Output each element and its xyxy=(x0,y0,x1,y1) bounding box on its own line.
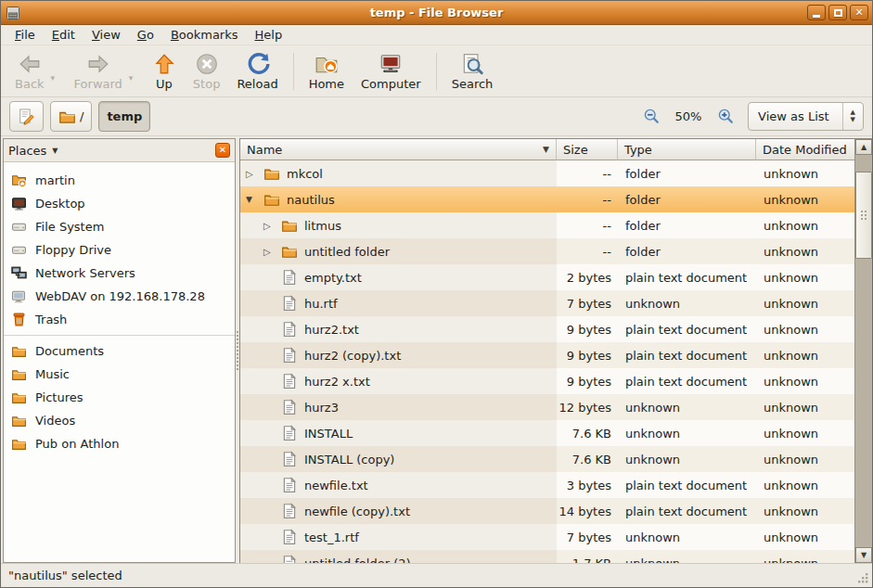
reload-button[interactable]: Reload xyxy=(228,49,286,93)
menu-edit[interactable]: Edit xyxy=(44,26,83,44)
zoom-in-icon xyxy=(717,108,735,125)
sidebar-item-videos[interactable]: Videos xyxy=(4,409,235,432)
drive-icon xyxy=(11,242,27,258)
back-button[interactable]: Back xyxy=(6,49,53,93)
text-file-icon xyxy=(281,269,298,286)
folder-icon xyxy=(281,243,298,260)
folder-icon xyxy=(11,390,27,405)
root-label: / xyxy=(80,109,83,123)
chevron-down-icon: ▼ xyxy=(52,147,58,155)
expander-icon[interactable]: ▼ xyxy=(246,195,263,204)
sidebar-item-floppy-drive[interactable]: Floppy Drive xyxy=(4,238,235,262)
scroll-down-button[interactable]: ▼ xyxy=(855,547,872,563)
sidebar-item-network-servers[interactable]: Network Servers xyxy=(4,262,235,285)
folder-icon xyxy=(11,343,27,359)
zoom-in-button[interactable] xyxy=(715,107,736,127)
resize-grip-icon[interactable] xyxy=(857,572,869,584)
up-button[interactable]: Up xyxy=(144,49,185,93)
column-header-date-modified[interactable]: Date Modified xyxy=(756,139,854,160)
text-file-icon xyxy=(281,477,298,493)
places-sidebar: Places ▼ ✕ martin Desktop File System Fl… xyxy=(3,138,236,563)
file-row[interactable]: hurz2 x.txt 9 bytes plain text document … xyxy=(240,368,854,394)
column-header-type[interactable]: Type xyxy=(618,139,756,160)
menu-view[interactable]: View xyxy=(83,26,129,44)
menu-go[interactable]: Go xyxy=(129,26,162,44)
sidebar-item-desktop[interactable]: Desktop xyxy=(4,192,235,215)
file-row[interactable]: newfile.txt 3 bytes plain text document … xyxy=(240,472,854,498)
titlebar[interactable]: temp - File Browser ✕ xyxy=(1,1,872,25)
status-text: "nautilus" selected xyxy=(8,569,122,582)
menu-file[interactable]: File xyxy=(6,26,44,44)
computer-button[interactable]: Computer xyxy=(353,49,430,93)
statusbar: "nautilus" selected xyxy=(1,563,872,587)
location-bar: / temp 50% View as List ▲▼ xyxy=(1,97,872,136)
toolbar-separator xyxy=(436,53,437,90)
path-button-root[interactable]: / xyxy=(50,101,92,132)
text-file-icon xyxy=(281,399,298,415)
menu-help[interactable]: Help xyxy=(247,26,291,44)
spinner-arrows-icon[interactable]: ▲▼ xyxy=(842,103,863,130)
file-row[interactable]: hu.rtf 7 bytes unknown unknown xyxy=(240,290,854,316)
file-row[interactable]: INSTALL (copy) 7.6 KB unknown unknown xyxy=(240,446,854,472)
folder-icon xyxy=(281,217,298,234)
text-file-icon xyxy=(281,347,298,364)
file-list-area: Name ▼ Size Type Date Modified ▷ mkcol -… xyxy=(239,138,872,563)
sidebar-item-trash[interactable]: Trash xyxy=(4,308,235,331)
column-header-size[interactable]: Size xyxy=(557,139,618,160)
file-row[interactable]: empty.txt 2 bytes plain text document un… xyxy=(240,264,854,290)
folder-icon xyxy=(11,436,27,452)
folder-icon xyxy=(263,165,280,182)
file-row[interactable]: INSTALL 7.6 KB unknown unknown xyxy=(240,420,854,446)
close-button[interactable]: ✕ xyxy=(850,5,868,20)
file-row[interactable]: hurz2.txt 9 bytes plain text document un… xyxy=(240,316,854,342)
scroll-up-button[interactable]: ▲ xyxy=(855,139,872,155)
file-row[interactable]: hurz3 12 bytes unknown unknown xyxy=(240,394,854,420)
sidebar-item-file-system[interactable]: File System xyxy=(4,215,235,238)
file-row[interactable]: newfile (copy).txt 14 bytes plain text d… xyxy=(240,498,854,524)
sidebar-item-pub-on-athlon[interactable]: Pub on Athlon xyxy=(4,432,235,455)
file-row[interactable]: ▷ mkcol -- folder unknown xyxy=(240,160,854,186)
search-icon xyxy=(460,52,484,76)
minimize-button[interactable] xyxy=(807,5,826,20)
dropdown-caret-icon[interactable]: ▾ xyxy=(51,73,64,83)
expander-icon[interactable]: ▷ xyxy=(263,221,281,231)
sidebar-item-documents[interactable]: Documents xyxy=(4,339,235,363)
window-title: temp - File Browser xyxy=(1,6,872,19)
column-header-name[interactable]: Name ▼ xyxy=(240,139,557,160)
file-row[interactable]: ▷ litmus -- folder unknown xyxy=(240,212,854,238)
computer-icon xyxy=(379,52,403,76)
sidebar-item-music[interactable]: Music xyxy=(4,363,235,386)
file-row[interactable]: ▼ nautilus -- folder unknown xyxy=(240,186,854,212)
sidebar-item-martin[interactable]: martin xyxy=(4,169,235,192)
forward-button[interactable]: Forward xyxy=(66,49,131,93)
sidebar-close-button[interactable]: ✕ xyxy=(215,143,230,158)
network-icon xyxy=(11,265,27,281)
view-selector[interactable]: View as List ▲▼ xyxy=(748,102,864,131)
maximize-button[interactable] xyxy=(828,5,847,20)
file-row[interactable]: test_1.rtf 7 bytes unknown unknown xyxy=(240,524,854,550)
folder-icon xyxy=(11,366,27,382)
sidebar-header[interactable]: Places ▼ ✕ xyxy=(4,139,235,162)
sidebar-item-webdav-on-192-168-178-28[interactable]: WebDAV on 192.168.178.28 xyxy=(4,285,235,308)
drive-icon xyxy=(11,219,27,235)
current-folder-label: temp xyxy=(107,109,142,123)
expander-icon[interactable]: ▷ xyxy=(263,247,281,257)
file-row[interactable]: ▷ untitled folder -- folder unknown xyxy=(240,238,854,264)
vertical-scrollbar[interactable]: ▲ ▼ xyxy=(854,139,872,563)
stop-button[interactable]: Stop xyxy=(185,49,229,93)
path-button-temp[interactable]: temp xyxy=(98,101,150,132)
home-button[interactable]: Home xyxy=(301,49,353,93)
toggle-location-entry-button[interactable] xyxy=(9,101,44,132)
file-row[interactable]: untitled folder (2) 1.7 KB unknown unkno… xyxy=(240,550,854,563)
maximize-icon xyxy=(834,9,842,17)
scrollbar-trough[interactable] xyxy=(855,155,872,547)
search-button[interactable]: Search xyxy=(443,49,502,93)
zoom-out-button[interactable] xyxy=(641,107,661,127)
scrollbar-thumb[interactable] xyxy=(855,172,872,259)
expander-icon[interactable]: ▷ xyxy=(246,169,263,179)
menu-bookmarks[interactable]: Bookmarks xyxy=(162,26,247,44)
sidebar-title: Places xyxy=(8,144,46,158)
file-row[interactable]: hurz2 (copy).txt 9 bytes plain text docu… xyxy=(240,342,854,368)
sidebar-item-pictures[interactable]: Pictures xyxy=(4,386,235,409)
dropdown-caret-icon[interactable]: ▾ xyxy=(129,73,142,83)
